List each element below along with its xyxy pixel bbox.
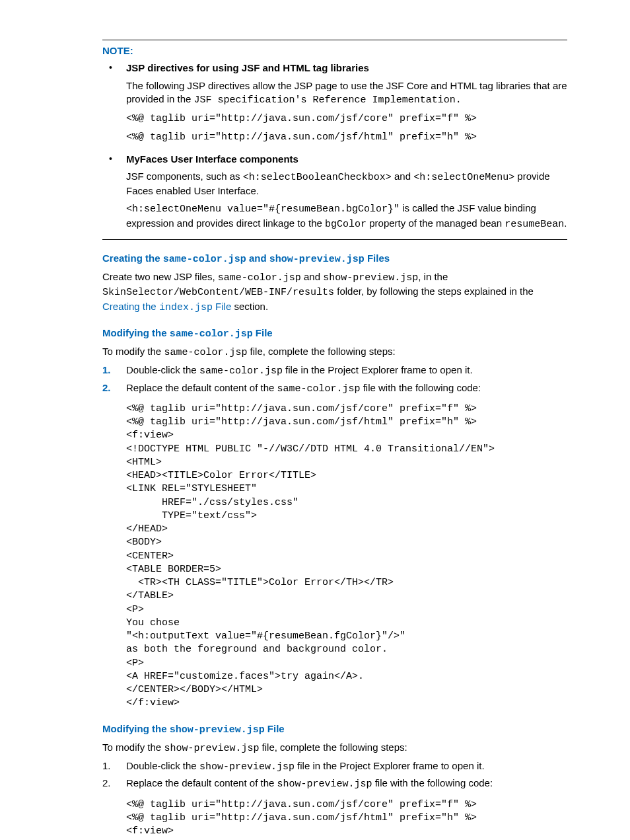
- bullet-1-code-2: <%@ taglib uri="http://java.sun.com/jsf/…: [126, 131, 567, 144]
- text: file with the following code:: [361, 382, 481, 393]
- step-1: 1.Double-click the same-color.jsp file i…: [102, 363, 567, 378]
- text: Replace the default content of the: [126, 382, 277, 393]
- text: and: [392, 171, 413, 182]
- text: file, complete the following steps:: [259, 742, 407, 753]
- step-number: 1.: [102, 363, 118, 377]
- text: section.: [231, 301, 268, 312]
- text: Files: [365, 252, 390, 264]
- mono-text: SkinSelector/WebContent/WEB-INF/results: [102, 287, 334, 298]
- code-block-same-color: <%@ taglib uri="http://java.sun.com/jsf/…: [126, 402, 567, 710]
- note-list: JSP directives for using JSF and HTML ta…: [102, 61, 567, 231]
- text: To modify the: [102, 346, 164, 357]
- text: and: [246, 252, 269, 264]
- text: file with the following code:: [372, 777, 493, 788]
- mono-text: same-color.jsp: [199, 365, 283, 377]
- note-bullet-2: MyFaces User Interface components JSF co…: [102, 153, 567, 231]
- text: Double-click the: [126, 364, 199, 375]
- para-modify-same-color: To modify the same-color.jsp file, compl…: [102, 345, 567, 360]
- mono-text: resumeBean: [505, 219, 564, 230]
- code-block-show-preview: <%@ taglib uri="http://java.sun.com/jsf/…: [126, 798, 567, 839]
- mono-text: show-preview.jsp: [269, 254, 365, 265]
- text: Creating the: [102, 301, 159, 312]
- text: folder, by following the steps explained…: [334, 286, 534, 297]
- mono-text: show-preview.jsp: [323, 272, 418, 284]
- note-label: NOTE:: [102, 44, 567, 57]
- para-creating-files: Create two new JSP files, same-color.jsp…: [102, 270, 567, 315]
- steps-show-preview: 1.Double-click the show-preview.jsp file…: [102, 759, 567, 838]
- bottom-rule: [102, 239, 567, 240]
- text: file, complete the following steps:: [247, 346, 395, 357]
- text: To modify the: [102, 742, 164, 753]
- step-1: 1.Double-click the show-preview.jsp file…: [102, 759, 567, 774]
- text: Replace the default content of the: [126, 777, 277, 788]
- step-number: 2.: [102, 381, 118, 395]
- mono-text: same-color.jsp: [277, 383, 361, 395]
- mono-text: <h:selectBooleanCheckbox>: [243, 172, 392, 183]
- text: Creating the: [102, 252, 163, 264]
- heading-creating-files: Creating the same-color.jsp and show-pre…: [102, 252, 567, 266]
- mono-text: JSF specification's Reference Implementa…: [194, 95, 462, 106]
- bullet-2-title: MyFaces User Interface components: [126, 153, 567, 166]
- mono-text: same-color.jsp: [164, 347, 247, 358]
- step-2: 2.Replace the default content of the sho…: [102, 777, 567, 838]
- mono-text: show-preview.jsp: [164, 743, 259, 754]
- mono-text: show-preview.jsp: [170, 724, 265, 736]
- text: Create two new JSP files,: [102, 271, 218, 282]
- mono-text: show-preview.jsp: [199, 761, 295, 773]
- text: File: [253, 327, 273, 338]
- mono-text: same-color.jsp: [163, 254, 246, 265]
- text: file in the Project Explorer frame to op…: [295, 760, 485, 771]
- text: Modifying the: [102, 723, 170, 734]
- para-modify-show-preview: To modify the show-preview.jsp file, com…: [102, 741, 567, 755]
- text: and: [301, 271, 323, 282]
- mono-text: bgColor: [325, 219, 367, 230]
- mono-text: same-color.jsp: [218, 272, 301, 284]
- mono-text: <h:selectOneMenu value="#{resumeBean.bgC…: [126, 204, 400, 215]
- step-number: 2.: [102, 777, 118, 790]
- text: , in the: [418, 271, 448, 282]
- mono-text: index.jsp: [159, 302, 213, 313]
- top-rule: [102, 40, 567, 40]
- bullet-2-para-1: JSF components, such as <h:selectBoolean…: [126, 170, 567, 198]
- text: .: [564, 217, 567, 229]
- bullet-2-para-2: <h:selectOneMenu value="#{resumeBean.bgC…: [126, 202, 567, 231]
- heading-modify-same-color: Modifying the same-color.jsp File: [102, 326, 567, 341]
- text: JSF components, such as: [126, 171, 243, 182]
- text: File: [213, 301, 231, 312]
- step-number: 1.: [102, 759, 118, 773]
- link-creating-index[interactable]: Creating the index.jsp File: [102, 301, 231, 312]
- bullet-1-title: JSP directives for using JSF and HTML ta…: [126, 61, 567, 75]
- text: File: [265, 723, 285, 734]
- text: property of the managed bean: [367, 217, 505, 229]
- bullet-1-code-1: <%@ taglib uri="http://java.sun.com/jsf/…: [126, 112, 567, 126]
- heading-modify-show-preview: Modifying the show-preview.jsp File: [102, 722, 567, 737]
- note-bullet-1: JSP directives for using JSF and HTML ta…: [102, 61, 567, 144]
- steps-same-color: 1.Double-click the same-color.jsp file i…: [102, 363, 567, 710]
- mono-text: same-color.jsp: [170, 328, 253, 340]
- mono-text: show-preview.jsp: [277, 779, 372, 790]
- text: Double-click the: [126, 760, 199, 771]
- bullet-1-para: The following JSP directives allow the J…: [126, 79, 567, 108]
- text: Modifying the: [102, 327, 170, 338]
- step-2: 2.Replace the default content of the sam…: [102, 381, 567, 710]
- text: file in the Project Explorer frame to op…: [283, 364, 473, 375]
- mono-text: <h:selectOneMenu>: [413, 172, 514, 183]
